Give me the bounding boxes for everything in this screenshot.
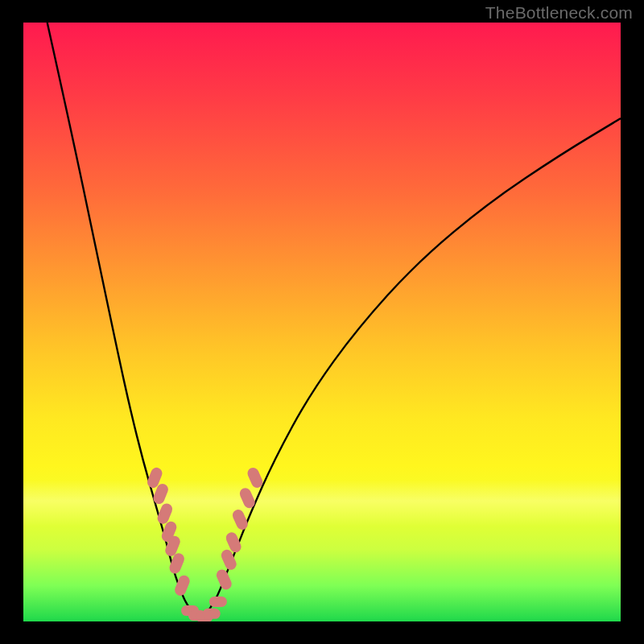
bead-marker bbox=[196, 612, 213, 621]
bead-marker bbox=[215, 568, 233, 591]
plot-area bbox=[23, 23, 621, 621]
bead-marker bbox=[209, 597, 227, 607]
bead-marker bbox=[163, 535, 182, 558]
bead-marker bbox=[155, 502, 174, 525]
curve-left bbox=[47, 23, 203, 618]
watermark-text: TheBottleneck.com bbox=[485, 3, 633, 23]
bead-marker bbox=[238, 486, 257, 510]
bead-marker bbox=[220, 548, 238, 572]
curve-right bbox=[203, 118, 621, 618]
chart-frame: TheBottleneck.com bbox=[0, 0, 644, 644]
bead-marker bbox=[225, 530, 243, 554]
curve-layer bbox=[23, 23, 621, 621]
bead-marker bbox=[173, 574, 192, 597]
bead-marker bbox=[160, 520, 179, 543]
bead-marker bbox=[181, 605, 199, 616]
bead-marker bbox=[246, 466, 264, 489]
bead-marker bbox=[203, 609, 221, 619]
bead-markers bbox=[146, 466, 265, 621]
bottleneck-curve bbox=[47, 23, 621, 618]
bead-marker bbox=[146, 466, 164, 489]
bead-marker bbox=[151, 482, 170, 506]
bead-marker bbox=[167, 551, 186, 575]
bead-marker bbox=[188, 610, 206, 621]
bead-marker bbox=[231, 508, 250, 531]
highlight-band bbox=[23, 480, 621, 526]
